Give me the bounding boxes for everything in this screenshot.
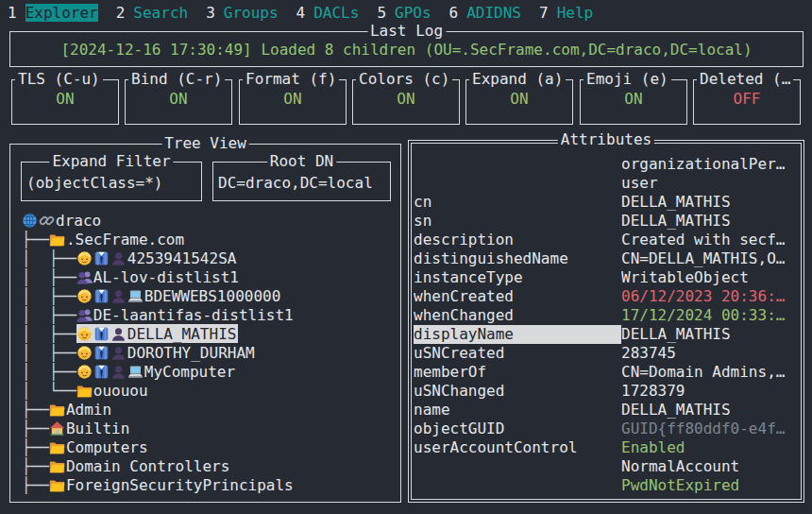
attr-value: GUID{ff80ddf0-e4f…: [621, 420, 799, 438]
attr-value: 283745: [621, 344, 799, 363]
tree-row-draco[interactable]: draco: [22, 211, 398, 230]
tree-row-label: draco: [56, 212, 101, 230]
tree-row-label: BDEWWEBS1000000: [144, 287, 281, 305]
attr-value: NormalAccount: [621, 457, 799, 476]
tree-row-al-lov-distlist1[interactable]: │ ├── AL-lov-distlist1: [22, 267, 398, 286]
attr-row-distinguishedname[interactable]: distinguishedNameCN=DELLA_MATHIS,O…: [414, 249, 799, 268]
attr-row[interactable]: user: [414, 174, 799, 193]
tab-help[interactable]: 7Help: [539, 4, 593, 22]
tree-branch: ├──: [22, 420, 49, 437]
bust-icon: [110, 364, 127, 380]
attr-row[interactable]: PwdNotExpired: [414, 476, 799, 495]
attr-name: distinguishedName: [414, 249, 621, 268]
tab-label: ADIDNS: [466, 4, 521, 22]
attributes-title: Attributes: [558, 130, 654, 148]
tree-row-computers[interactable]: ├── Computers: [22, 437, 398, 456]
attr-value: PwdNotExpired: [621, 476, 799, 495]
attr-row[interactable]: organizationalPer…: [414, 155, 799, 174]
attr-row-sn[interactable]: snDELLA_MATHIS: [414, 212, 799, 231]
tab-number: 4: [296, 4, 306, 22]
attributes-panel: Attributes organizationalPer… user cnDEL…: [408, 140, 804, 503]
toggle-format-value: ON: [240, 90, 346, 108]
tie-icon: [93, 326, 110, 342]
expand-filter-input[interactable]: Expand Filter (objectClass=*): [21, 162, 202, 201]
bust-icon: [110, 345, 127, 361]
tree-row-4253941542sa[interactable]: │ ├── 4253941542SA: [22, 248, 398, 267]
tree-row-label: Domain Controllers: [66, 457, 229, 475]
tree-row-de-laantifas-distlist1[interactable]: │ ├── DE-laantifas-distlist1: [22, 305, 398, 324]
attr-row-name[interactable]: nameDELLA_MATHIS: [414, 401, 799, 420]
toggle-bind-value: ON: [126, 90, 231, 108]
tree-row-label: 4253941542SA: [127, 249, 237, 267]
attr-value: DELLA_MATHIS: [621, 401, 799, 420]
group-icon: [76, 269, 93, 285]
tree-row-bdewwebs1000000[interactable]: │ ├── BDEWWEBS1000000: [22, 286, 398, 305]
attr-name-selected: displayName: [414, 325, 621, 344]
tree-row-della-mathis[interactable]: │ ├── DELLA_MATHIS: [22, 324, 398, 343]
attr-value: DELLA_MATHIS: [621, 193, 799, 212]
toggle-deleted[interactable]: Deleted (… OFF: [693, 79, 801, 125]
attr-row[interactable]: NormalAccount: [414, 457, 799, 476]
group-icon: [76, 307, 93, 323]
attr-name: whenCreated: [414, 287, 621, 306]
tree-row-label: ForeignSecurityPrincipals: [66, 476, 294, 494]
toggle-format-label: Format (f): [243, 70, 339, 88]
toggle-colors-label: Colors (c): [356, 70, 452, 88]
tab-gpos[interactable]: 5GPOs: [377, 4, 431, 22]
tree-branch: │ ├──: [22, 268, 76, 286]
tree-row-builtin[interactable]: ├── Builtin: [22, 419, 398, 437]
toggle-colors[interactable]: Colors (c) ON: [352, 79, 460, 125]
tab-dacls[interactable]: 4DACLs: [296, 4, 360, 22]
tree-row-label: DE-laantifas-distlist1: [93, 306, 294, 324]
toggle-bind-label: Bind (C-r): [128, 70, 225, 88]
person-icon: [76, 364, 93, 380]
tab-groups[interactable]: 3Groups: [206, 4, 278, 22]
tree-row-mycomputer[interactable]: │ ├── MyComputer: [22, 362, 398, 381]
attr-row-displayname[interactable]: displayNameDELLA_MATHIS: [414, 325, 799, 344]
tab-adidns[interactable]: 6ADIDNS: [449, 4, 521, 22]
attr-row-useraccountcontrol[interactable]: userAccountControlEnabled: [414, 438, 799, 457]
tab-bar: 1Explorer 2Search 3Groups 4DACLs 5GPOs 6…: [8, 4, 611, 22]
toggle-format[interactable]: Format (f) ON: [239, 79, 347, 125]
attr-row-usnchanged[interactable]: uSNChanged1728379: [414, 382, 799, 401]
tree-row-secframe-com[interactable]: ├── .SecFrame.com: [22, 230, 398, 248]
tree-row-domain-controllers[interactable]: ├── Domain Controllers: [22, 456, 398, 475]
attr-row-memberof[interactable]: memberOfCN=Domain Admins,…: [414, 363, 799, 382]
attr-name: uSNCreated: [414, 344, 621, 363]
tab-label: GPOs: [395, 4, 431, 22]
tree-row-admin[interactable]: ├── Admin: [22, 400, 398, 419]
tree-row-label: DELLA_MATHIS: [127, 325, 237, 343]
tree-row-ououou[interactable]: │ └── ououou: [22, 381, 398, 400]
attr-value: DELLA_MATHIS: [621, 212, 799, 231]
tree-branch: ├──: [22, 438, 49, 456]
root-dn-input[interactable]: Root DN DC=draco,DC=local: [212, 162, 391, 201]
tie-icon: [93, 364, 110, 380]
attr-name: cn: [414, 193, 621, 212]
toggle-expand[interactable]: Expand (a) ON: [465, 79, 573, 125]
tab-search[interactable]: 2Search: [116, 4, 188, 22]
bust-icon: [110, 250, 127, 266]
attr-row-objectguid[interactable]: objectGUIDGUID{ff80ddf0-e4f…: [414, 420, 799, 438]
toggle-bind[interactable]: Bind (C-r) ON: [125, 79, 232, 125]
attr-name: objectGUID: [414, 420, 621, 438]
folder-icon: [49, 231, 65, 248]
tree-row-dorothy-durham[interactable]: │ ├── DOROTHY_DURHAM: [22, 343, 398, 362]
tree-row-foreignsecurityprincipals[interactable]: ├── ForeignSecurityPrincipals: [22, 475, 398, 494]
attr-row-whencreated[interactable]: whenCreated06/12/2023 20:36:…: [414, 287, 799, 306]
toggle-emoji-label: Emoji (e): [584, 70, 671, 88]
toggle-emoji[interactable]: Emoji (e) ON: [580, 79, 687, 125]
tab-label: Search: [133, 4, 188, 22]
attr-row-usncreated[interactable]: uSNCreated283745: [414, 344, 799, 363]
tab-explorer[interactable]: 1Explorer: [8, 4, 98, 22]
tree-branch: ├──: [22, 457, 49, 475]
attr-row-whenchanged[interactable]: whenChanged17/12/2024 00:33:…: [414, 306, 799, 325]
link-icon: [39, 213, 55, 229]
attr-row-description[interactable]: descriptionCreated with secf…: [414, 231, 799, 249]
attr-value: WritableObject: [621, 268, 799, 287]
attr-name: instanceType: [414, 268, 621, 287]
attr-row-instancetype[interactable]: instanceTypeWritableObject: [414, 268, 799, 287]
tab-label: Groups: [224, 4, 279, 22]
attributes-table: organizationalPer… user cnDELLA_MATHIS s…: [414, 155, 799, 495]
attr-row-cn[interactable]: cnDELLA_MATHIS: [414, 193, 799, 212]
toggle-tls[interactable]: TLS (C-u) ON: [11, 79, 119, 125]
